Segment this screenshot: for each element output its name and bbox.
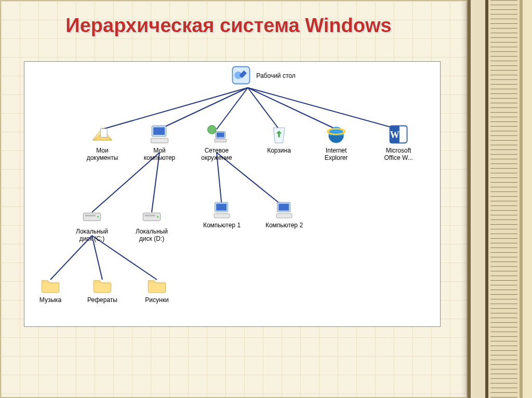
- ruler-decoration: [468, 0, 532, 398]
- svg-rect-35: [216, 204, 227, 211]
- node-music: Музыка: [22, 275, 79, 304]
- node-ie: Internet Explorer: [308, 123, 365, 161]
- documents-icon: [91, 123, 114, 146]
- svg-rect-15: [100, 129, 107, 138]
- drive-icon: [82, 206, 102, 227]
- node-network: Сетевое окружение: [188, 123, 245, 161]
- node-mydocs: Мои документы: [74, 123, 131, 161]
- svg-line-6: [92, 153, 159, 212]
- word-icon: W: [387, 123, 410, 146]
- network-icon: [205, 123, 228, 146]
- diagram-canvas: Рабочий стол Мои документы Мой компьютер…: [24, 61, 441, 327]
- node-label: Рисунки: [145, 296, 168, 304]
- svg-rect-18: [151, 138, 168, 143]
- node-mycomputer: Мой компьютер: [131, 123, 188, 161]
- node-label: Мой компьютер: [144, 147, 176, 161]
- node-label: Рабочий стол: [256, 72, 295, 79]
- node-pc2: Компьютер 2: [256, 200, 313, 229]
- node-pc1: Компьютер 1: [193, 200, 250, 229]
- node-diskd: Локальный диск (D:): [123, 206, 180, 242]
- svg-rect-22: [215, 139, 226, 142]
- svg-point-30: [97, 216, 99, 217]
- node-label: Internet Explorer: [325, 147, 348, 161]
- svg-rect-17: [153, 127, 165, 135]
- node-label: Сетевое окружение: [201, 147, 232, 161]
- ie-icon: [325, 123, 348, 146]
- svg-line-7: [152, 153, 159, 212]
- node-desktop: Рабочий стол: [230, 64, 313, 88]
- node-label: Мои документы: [87, 147, 118, 161]
- node-label: Компьютер 1: [203, 222, 241, 229]
- page-title: Иерархическая система Windows: [0, 15, 457, 37]
- computer-icon: [148, 123, 171, 146]
- svg-text:W: W: [390, 130, 400, 140]
- node-label: Локальный диск (C:): [76, 228, 108, 242]
- svg-rect-36: [214, 214, 230, 218]
- folder-icon: [147, 275, 167, 295]
- svg-point-19: [208, 126, 217, 134]
- node-label: Музыка: [39, 296, 61, 304]
- computer-icon: [211, 200, 232, 221]
- svg-rect-21: [217, 132, 224, 137]
- recycle-icon: [268, 123, 290, 146]
- node-pictures: Рисунки: [128, 275, 185, 304]
- svg-rect-38: [278, 204, 289, 211]
- drive-icon: [141, 206, 162, 227]
- svg-rect-29: [85, 215, 96, 216]
- node-recycle: Корзина: [250, 123, 308, 154]
- node-word: W Microsoft Office W...: [370, 123, 427, 161]
- folder-icon: [92, 275, 113, 295]
- node-label: Корзина: [267, 147, 291, 154]
- node-label: Компьютер 2: [265, 222, 303, 229]
- folder-icon: [40, 275, 61, 295]
- desktop-icon: [230, 64, 252, 87]
- svg-point-33: [157, 216, 158, 217]
- node-diskc: Локальный диск (C:): [63, 206, 121, 242]
- svg-rect-32: [145, 215, 155, 216]
- node-essays: Рефераты: [74, 275, 131, 304]
- computer-icon: [274, 200, 295, 221]
- node-label: Рефераты: [87, 296, 117, 304]
- node-label: Локальный диск (D:): [136, 228, 168, 242]
- node-label: Microsoft Office W...: [384, 147, 413, 161]
- svg-rect-39: [276, 214, 292, 218]
